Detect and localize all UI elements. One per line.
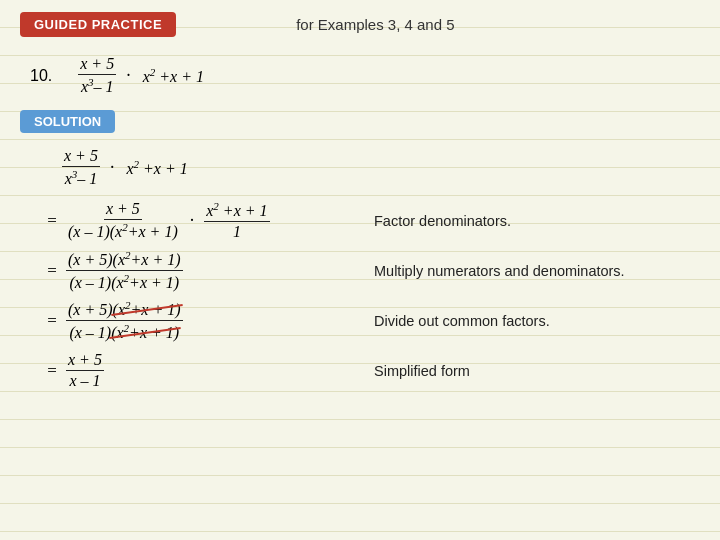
dot-mul-s1: · (190, 210, 195, 231)
step-math-4: x + 5 x – 1 (64, 351, 344, 390)
frac-den-1: x3– 1 (79, 75, 116, 96)
frac-s3: (x + 5)(x2+x + 1) (x – 1)(x2+x + 1) (66, 299, 183, 343)
frac-s1-2-den: 1 (231, 222, 243, 241)
expr-poly-1: x2 +x + 1 (139, 66, 204, 86)
step-desc-2: Multiply numerators and denominators. (374, 261, 625, 281)
frac-num-r1: x + 5 (62, 147, 100, 167)
solution-badge: SOLUTION (20, 110, 115, 133)
frac-den-r1: x3– 1 (63, 167, 100, 188)
step-row-1: = x + 5 (x – 1)(x2+x + 1) · x2 +x + 1 1 … (40, 199, 700, 243)
strikethrough-den: (x2+x + 1) (111, 322, 179, 342)
guided-practice-badge: GUIDED PRACTICE (20, 12, 176, 37)
expr-poly-r: x2 +x + 1 (122, 158, 187, 178)
frac-s2-num: (x + 5)(x2+x + 1) (66, 249, 183, 271)
frac-repeat-1: x + 5 x3– 1 (62, 147, 100, 188)
problem-number: 10. (30, 67, 52, 85)
step-desc-4: Simplified form (374, 361, 470, 381)
frac-problem-1: x + 5 x3– 1 (78, 55, 116, 96)
dot-mul-r: · (110, 157, 115, 178)
step-desc-3: Divide out common factors. (374, 311, 550, 331)
frac-s2: (x + 5)(x2+x + 1) (x – 1)(x2+x + 1) (66, 249, 183, 293)
step-row-4: = x + 5 x – 1 Simplified form (40, 349, 700, 393)
step-math-3: (x + 5)(x2+x + 1) (x – 1)(x2+x + 1) (64, 299, 344, 343)
frac-s1-2: x2 +x + 1 1 (204, 200, 269, 241)
frac-s3-num: (x + 5)(x2+x + 1) (66, 299, 183, 321)
frac-s4-num: x + 5 (66, 351, 104, 371)
frac-s2-den: (x – 1)(x2+x + 1) (67, 271, 181, 292)
frac-s3-den: (x – 1)(x2+x + 1) (67, 321, 181, 342)
problem-row: 10. x + 5 x3– 1 · x2 +x + 1 (30, 55, 700, 96)
step-desc-1: Factor denominators. (374, 211, 511, 231)
strikethrough-num: (x2+x + 1) (113, 299, 181, 319)
initial-expr-repeat: x + 5 x3– 1 · x2 +x + 1 (60, 147, 700, 188)
frac-num-1: x + 5 (78, 55, 116, 75)
frac-s1-1: x + 5 (x – 1)(x2+x + 1) (66, 200, 180, 241)
step-row-2: = (x + 5)(x2+x + 1) (x – 1)(x2+x + 1) Mu… (40, 249, 700, 293)
frac-s1-num: x + 5 (104, 200, 142, 220)
frac-s1-den: (x – 1)(x2+x + 1) (66, 220, 180, 241)
frac-s1-2-num: x2 +x + 1 (204, 200, 269, 222)
frac-s4-den: x – 1 (67, 371, 102, 390)
frac-s4: x + 5 x – 1 (66, 351, 104, 390)
header-row: GUIDED PRACTICE for Examples 3, 4 and 5 (20, 12, 700, 37)
steps-container: = x + 5 (x – 1)(x2+x + 1) · x2 +x + 1 1 … (40, 199, 700, 393)
step-math-2: (x + 5)(x2+x + 1) (x – 1)(x2+x + 1) (64, 249, 344, 293)
step-eq-3: = (40, 311, 64, 331)
step-eq-4: = (40, 361, 64, 381)
step-math-1: x + 5 (x – 1)(x2+x + 1) · x2 +x + 1 1 (64, 200, 344, 241)
step-eq-1: = (40, 211, 64, 231)
dot-multiply-1: · (126, 65, 131, 86)
step-eq-2: = (40, 261, 64, 281)
problem-expression: x + 5 x3– 1 · x2 +x + 1 (76, 55, 356, 96)
for-examples-label: for Examples 3, 4 and 5 (296, 16, 454, 33)
step-row-3: = (x + 5)(x2+x + 1) (x – 1)(x2+x + 1) Di… (40, 299, 700, 343)
